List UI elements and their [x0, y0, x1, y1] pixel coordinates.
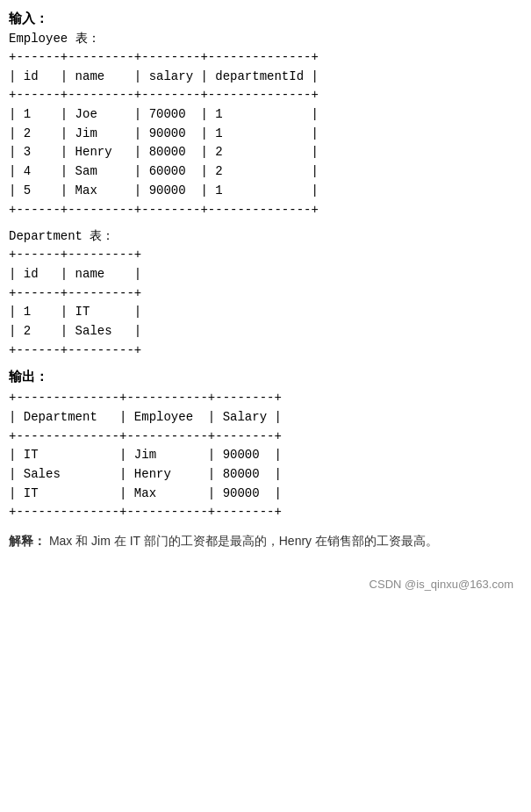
output-label: 输出： [9, 369, 522, 385]
employee-table: +------+---------+--------+-------------… [9, 48, 522, 219]
department-table-label: Department 表： [9, 228, 522, 244]
input-label: 输入： [9, 11, 522, 27]
department-table: +------+---------+ | id | name | +------… [9, 246, 522, 360]
explanation: 解释： Max 和 Jim 在 IT 部门的工资都是最高的，Henry 在销售部… [9, 531, 522, 550]
employee-table-label: Employee 表： [9, 31, 522, 47]
footer-text: CSDN @is_qinxu@163.com [370, 578, 513, 591]
explanation-text: Max 和 Jim 在 IT 部门的工资都是最高的，Henry 在销售部的工资最… [46, 534, 438, 548]
output-table: +--------------+-----------+--------+ | … [9, 389, 522, 522]
output-section: 输出： +--------------+-----------+--------… [9, 369, 522, 522]
explanation-bold: 解释： [9, 534, 46, 548]
input-section: 输入： Employee 表： +------+---------+------… [9, 11, 522, 360]
footer: CSDN @is_qinxu@163.com [9, 578, 522, 591]
